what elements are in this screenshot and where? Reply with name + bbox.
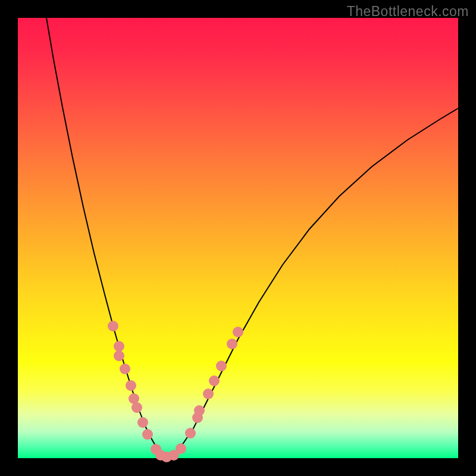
scatter-dot <box>203 389 214 399</box>
scatter-dot <box>194 405 205 416</box>
scatter-dot <box>216 361 227 371</box>
scatter-dots <box>108 321 243 462</box>
scatter-dot <box>114 350 124 361</box>
curve-left-branch <box>46 18 164 457</box>
scatter-dot <box>176 443 186 454</box>
scatter-dot <box>120 364 130 374</box>
scatter-dot <box>137 417 148 428</box>
scatter-dot <box>209 375 220 386</box>
scatter-dot <box>227 339 237 349</box>
scatter-dot <box>142 429 153 440</box>
scatter-dot <box>131 402 142 413</box>
scatter-dot <box>233 327 243 337</box>
scatter-dot <box>114 341 124 352</box>
watermark-text: TheBottleneck.com <box>347 4 469 20</box>
scatter-dot <box>108 321 118 331</box>
chart-overlay <box>18 18 458 458</box>
scatter-dot <box>185 428 196 439</box>
chart-frame: TheBottleneck.com <box>0 0 476 476</box>
curve-right-branch <box>170 108 458 457</box>
scatter-dot <box>126 380 136 391</box>
